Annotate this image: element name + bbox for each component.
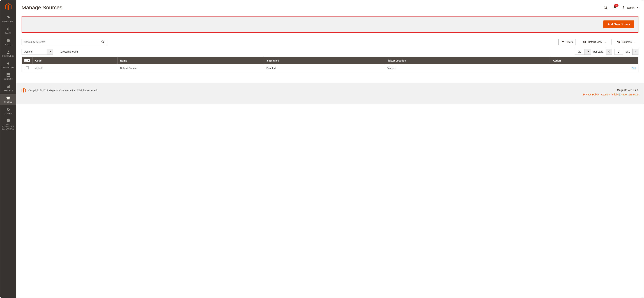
grid-toolbar: Filters Default View Columns: [22, 39, 638, 45]
box-icon: [6, 39, 10, 42]
grid-controls-left: Actions 1 records found: [22, 49, 78, 55]
sidebar-item-marketing[interactable]: MARKETING: [0, 59, 16, 71]
eye-icon: [583, 41, 586, 43]
sidebar-item-sales[interactable]: $ SALES: [0, 25, 16, 36]
dollar-icon: $: [6, 27, 10, 31]
nav-label: REPORTS: [4, 90, 12, 92]
notifications-button[interactable]: 39: [613, 5, 617, 9]
dashboard-icon: [6, 16, 10, 19]
filters-button[interactable]: Filters: [558, 39, 576, 45]
privacy-policy-link[interactable]: Privacy Policy: [583, 93, 599, 96]
nav-label: CONTENT: [4, 78, 12, 80]
svg-text:$: $: [7, 27, 9, 31]
sidebar-item-reports[interactable]: REPORTS: [0, 82, 16, 94]
column-pickup-location[interactable]: Pickup Location: [384, 57, 550, 64]
columns-button[interactable]: Columns: [614, 39, 638, 45]
layout-icon: [6, 73, 10, 77]
megaphone-icon: [6, 62, 10, 65]
separator: |: [620, 93, 620, 96]
svg-point-12: [623, 6, 624, 7]
svg-rect-9: [7, 98, 10, 99]
sidebar-item-system[interactable]: SYSTEM: [0, 105, 16, 117]
chevron-left-icon: [608, 50, 610, 53]
column-is-enabled[interactable]: Is Enabled: [264, 57, 384, 64]
chevron-down-icon: [637, 7, 638, 8]
magento-logo-icon: [22, 88, 26, 93]
page-title: Manage Sources: [22, 4, 62, 10]
page-size-select[interactable]: 20: [575, 49, 591, 55]
checkbox-icon: [25, 59, 27, 62]
notification-badge: 39: [614, 4, 618, 7]
cell-is-enabled: Enabled: [264, 64, 384, 72]
version-text: Magento ver. 2.4.0: [583, 88, 638, 92]
mass-actions-select[interactable]: Actions: [22, 49, 53, 55]
chevron-right-icon: [634, 50, 636, 53]
nav-label: SALES: [5, 32, 11, 34]
action-bar: Add New Source: [22, 16, 638, 33]
footer-links: Privacy Policy|Account Activity|Report a…: [583, 92, 638, 97]
puzzle-icon: [6, 119, 10, 123]
page-number-input[interactable]: [614, 49, 623, 55]
default-view-button[interactable]: Default View: [580, 39, 609, 45]
admin-sidebar: DASHBOARD $ SALES CATALOG CUSTOMERS MARK…: [0, 0, 16, 298]
search-input[interactable]: [22, 39, 99, 45]
svg-rect-8: [9, 85, 10, 88]
main-content: Manage Sources 39 admin Add New Source: [16, 0, 644, 298]
keyword-search: [22, 39, 107, 45]
sources-table: Code Name Is Enabled Pickup Location Act…: [22, 57, 638, 72]
svg-point-13: [102, 41, 104, 43]
svg-rect-3: [7, 74, 10, 77]
nav-label: SYSTEM: [4, 113, 12, 115]
sidebar-item-dashboard[interactable]: DASHBOARD: [0, 13, 16, 25]
page-size-value: 20: [575, 49, 584, 55]
toolbar-right: Filters Default View Columns: [558, 39, 638, 45]
nav-label: STORES: [4, 101, 12, 103]
select-all-header[interactable]: [22, 57, 33, 64]
cell-name: Default Source: [118, 64, 264, 72]
user-menu[interactable]: admin: [622, 5, 638, 9]
edit-link[interactable]: Edit: [632, 67, 636, 70]
footer-right: Magento ver. 2.4.0 Privacy Policy|Accoun…: [583, 88, 638, 97]
columns-label: Columns: [622, 40, 632, 43]
chart-icon: [6, 85, 10, 88]
svg-point-2: [8, 51, 9, 52]
nav-label: MARKETING: [2, 67, 14, 69]
column-name[interactable]: Name: [118, 57, 264, 64]
sidebar-item-customers[interactable]: CUSTOMERS: [0, 48, 16, 59]
svg-line-14: [104, 42, 104, 43]
prev-page-button[interactable]: [606, 49, 612, 55]
user-icon: [622, 5, 626, 9]
filters-label: Filters: [566, 40, 573, 43]
search-icon: [101, 40, 105, 44]
account-activity-link[interactable]: Account Activity: [601, 93, 618, 96]
svg-point-10: [604, 6, 606, 8]
search-submit-button[interactable]: [99, 39, 107, 45]
column-code[interactable]: Code: [33, 57, 118, 64]
gear-icon: [617, 40, 620, 44]
report-issue-link[interactable]: Report an Issue: [621, 93, 638, 96]
product-name: Magento: [617, 89, 628, 92]
global-search-button[interactable]: [604, 5, 608, 10]
chevron-down-icon: [605, 42, 606, 42]
chevron-down-icon: [634, 42, 636, 42]
cell-pickup-location: Disabled: [384, 64, 550, 72]
user-name: admin: [627, 6, 634, 9]
records-count: 1 records found: [60, 50, 78, 53]
magento-logo[interactable]: [0, 0, 16, 13]
actions-label: Actions: [22, 49, 47, 55]
total-pages: of 1: [626, 50, 630, 53]
add-new-source-button[interactable]: Add New Source: [604, 20, 634, 28]
version-number: ver. 2.4.0: [628, 89, 638, 92]
sidebar-item-stores[interactable]: STORES: [0, 94, 16, 105]
cell-code: default: [33, 64, 118, 72]
svg-line-11: [606, 8, 607, 9]
grid-controls: Actions 1 records found 20 per page of 1: [22, 49, 638, 55]
copyright-text: Copyright © 2024 Magento Commerce Inc. A…: [28, 89, 98, 92]
next-page-button[interactable]: [632, 49, 638, 55]
sidebar-item-content[interactable]: CONTENT: [0, 71, 16, 82]
column-action: Action: [550, 57, 638, 64]
row-checkbox[interactable]: [26, 66, 28, 69]
gear-icon: [6, 108, 10, 111]
sidebar-item-partners[interactable]: FIND PARTNERS & EXTENSIONS: [0, 117, 16, 132]
sidebar-item-catalog[interactable]: CATALOG: [0, 36, 16, 48]
